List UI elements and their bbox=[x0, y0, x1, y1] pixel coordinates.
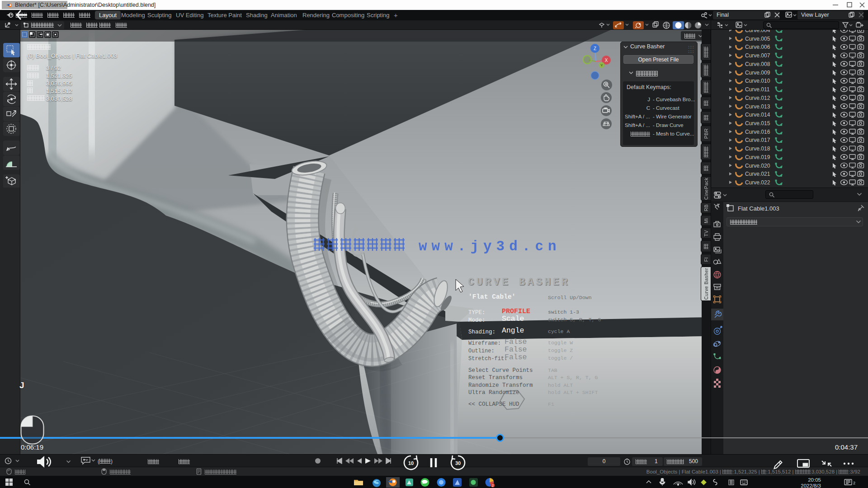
svg-text:Curve.006: Curve.006 bbox=[745, 44, 770, 50]
svg-text:2: 2 bbox=[492, 483, 494, 488]
svg-text:10: 10 bbox=[408, 460, 414, 466]
svg-text:Curve.018: Curve.018 bbox=[745, 145, 770, 152]
svg-text:Curve.011: Curve.011 bbox=[745, 86, 770, 93]
svg-text:Curve.010: Curve.010 bbox=[745, 78, 770, 84]
svg-text:Curve.014: Curve.014 bbox=[745, 112, 770, 118]
svg-text:Z: Z bbox=[594, 46, 596, 51]
svg-text:Curve.005: Curve.005 bbox=[745, 36, 770, 42]
svg-text:Y: Y bbox=[600, 63, 603, 67]
svg-text:X: X bbox=[605, 58, 608, 63]
svg-text:Curve.016: Curve.016 bbox=[745, 129, 770, 135]
svg-text:Curve.008: Curve.008 bbox=[745, 61, 770, 67]
svg-text:Curve.015: Curve.015 bbox=[745, 120, 770, 127]
svg-text:2: 2 bbox=[853, 481, 855, 485]
svg-text:Curve.021: Curve.021 bbox=[745, 171, 770, 177]
svg-text:Curve.009: Curve.009 bbox=[745, 70, 770, 76]
svg-text:30: 30 bbox=[455, 460, 461, 466]
svg-text:Curve.019: Curve.019 bbox=[745, 154, 770, 160]
svg-text:Curve.012: Curve.012 bbox=[745, 95, 770, 101]
svg-text:Curve.004: Curve.004 bbox=[745, 30, 770, 33]
svg-text:Curve.017: Curve.017 bbox=[745, 137, 770, 143]
svg-text:Curve.020: Curve.020 bbox=[745, 163, 770, 169]
svg-text:Curve.007: Curve.007 bbox=[745, 52, 770, 59]
svg-text:www.jy3d.cn: www.jy3d.cn bbox=[419, 239, 561, 254]
svg-text:Curve.022: Curve.022 bbox=[745, 179, 770, 186]
svg-text:Curve.013: Curve.013 bbox=[745, 103, 770, 110]
